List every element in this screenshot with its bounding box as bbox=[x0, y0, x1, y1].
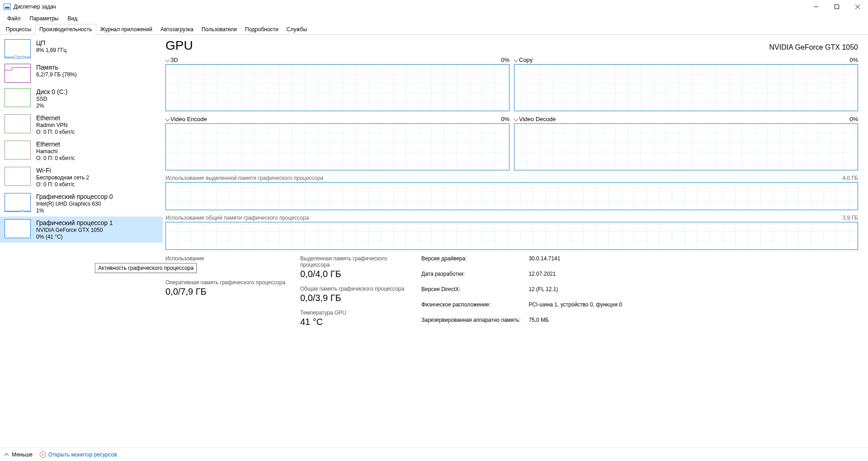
stat-group: Выделенная память графического процессор… bbox=[300, 255, 413, 279]
kv-value: 30.0.14.7141 bbox=[528, 255, 622, 269]
sidebar-item-gpu-6[interactable]: Графический процессор 0Intel(R) UHD Grap… bbox=[0, 190, 163, 216]
tab-apphistory[interactable]: Журнал приложений bbox=[96, 24, 156, 35]
stat-value: 0% bbox=[165, 263, 292, 273]
sidebar-item-sub: SSD bbox=[36, 96, 67, 102]
main-panel: GPU NVIDIA GeForce GTX 1050 3D0%Copy0%Vi… bbox=[163, 35, 868, 447]
engine-chart-video-decode: Video Decode0% bbox=[514, 116, 858, 170]
stat-value: 0,0/4,0 ГБ bbox=[300, 269, 413, 279]
resmon-icon bbox=[40, 452, 46, 458]
engine-name: 3D bbox=[170, 56, 178, 63]
memory-charts: Использование выделенной памяти графичес… bbox=[163, 175, 858, 250]
tab-performance[interactable]: Производительность bbox=[35, 24, 96, 35]
stats-col-mid: Выделенная память графического процессор… bbox=[300, 255, 413, 331]
close-button[interactable] bbox=[847, 0, 868, 14]
kv-label: Физическое расположение: bbox=[421, 301, 520, 315]
sidebar-item-title: Ethernet bbox=[36, 141, 75, 148]
wifi-thumb-icon bbox=[5, 167, 31, 186]
sidebar-item-sub: NVIDIA GeForce GTX 1050 bbox=[36, 227, 113, 233]
window-controls bbox=[806, 0, 868, 14]
chart-canvas bbox=[165, 222, 858, 250]
open-resource-monitor-link[interactable]: Открыть монитор ресурсов bbox=[40, 452, 117, 458]
stat-group: Оперативная память графического процессо… bbox=[165, 279, 292, 297]
engine-pct: 0% bbox=[849, 56, 858, 63]
menu-file[interactable]: Файл bbox=[4, 14, 24, 23]
sidebar-item-title: Wi-Fi bbox=[36, 167, 89, 174]
sidebar-item-gpu-7[interactable]: Графический процессор 1NVIDIA GeForce GT… bbox=[0, 216, 163, 243]
sidebar-item-sub2: О: 0 П: 0 кбит/с bbox=[36, 181, 89, 188]
taskmgr-icon bbox=[4, 4, 11, 10]
menu-view[interactable]: Вид bbox=[64, 14, 81, 23]
minimize-button[interactable] bbox=[806, 0, 826, 14]
kv-value: PCI-шина 1, устройство 0, функция 0 bbox=[528, 301, 622, 315]
sidebar-item-eth-3[interactable]: EthernetRadmin VPNО: 0 П: 0 кбит/с bbox=[0, 112, 163, 138]
sidebar-item-sub: 8% 1,69 ГГц bbox=[36, 47, 66, 53]
sidebar-item-sub: Radmin VPN bbox=[36, 122, 75, 128]
chevron-up-icon bbox=[5, 452, 9, 457]
tab-services[interactable]: Службы bbox=[283, 24, 311, 35]
window-title: Диспетчер задач bbox=[14, 4, 56, 10]
stats: Использование0%Оперативная память графич… bbox=[163, 250, 858, 331]
sidebar-item-cpu-0[interactable]: ЦП8% 1,69 ГГц bbox=[0, 37, 163, 61]
sidebar-item-eth-4[interactable]: EthernetHamachiО: 0 П: 0 кбит/с bbox=[0, 138, 163, 164]
engine-charts: 3D0%Copy0%Video Encode0%Video Decode0% bbox=[163, 56, 858, 170]
eth-thumb-icon bbox=[5, 114, 31, 133]
tab-processes[interactable]: Процессы bbox=[2, 24, 35, 35]
sidebar-item-sub2: 1% bbox=[36, 207, 113, 214]
footer: Меньше Открыть монитор ресурсов bbox=[0, 447, 868, 461]
engine-pct: 0% bbox=[849, 116, 858, 122]
kv-label: Версия драйвера: bbox=[421, 255, 520, 269]
memchart-max: 4,0 ГБ bbox=[843, 175, 858, 181]
sidebar-item-title: Графический процессор 1 bbox=[36, 219, 113, 226]
stat-group: Температура GPU41 °C bbox=[300, 310, 413, 327]
fewer-label: Меньше bbox=[12, 452, 33, 458]
engine-chart-copy: Copy0% bbox=[514, 56, 858, 111]
sidebar: ЦП8% 1,69 ГГцПамять6,2/7,9 ГБ (78%)Диск … bbox=[0, 35, 163, 447]
sidebar-item-sub: Беспроводная сеть 2 bbox=[36, 174, 89, 181]
engine-dropdown[interactable]: Copy bbox=[514, 56, 533, 63]
sidebar-item-mem-1[interactable]: Память6,2/7,9 ГБ (78%) bbox=[0, 61, 163, 85]
disk-thumb-icon bbox=[5, 88, 31, 107]
engine-dropdown[interactable]: 3D bbox=[165, 56, 178, 63]
engine-chart-3d: 3D0% bbox=[165, 56, 509, 111]
mem-thumb-icon bbox=[5, 64, 31, 83]
sidebar-item-title: Память bbox=[36, 64, 77, 71]
chevron-down-icon bbox=[514, 58, 518, 62]
chart-canvas bbox=[514, 123, 858, 170]
sidebar-item-sub2: О: 0 П: 0 кбит/с bbox=[36, 129, 75, 135]
menu-options[interactable]: Параметры bbox=[26, 14, 62, 23]
main-header: GPU NVIDIA GeForce GTX 1050 bbox=[163, 38, 858, 53]
chart-canvas bbox=[165, 182, 858, 210]
memory-chart: Использование общей памяти графического … bbox=[165, 215, 858, 250]
menubar: Файл Параметры Вид bbox=[0, 14, 868, 24]
kv-label: Дата разработки: bbox=[421, 271, 520, 285]
sidebar-item-wifi-5[interactable]: Wi-FiБеспроводная сеть 2О: 0 П: 0 кбит/с bbox=[0, 164, 163, 190]
chart-canvas bbox=[165, 123, 509, 170]
memchart-label: Использование выделенной памяти графичес… bbox=[165, 175, 323, 181]
engine-chart-video-encode: Video Encode0% bbox=[165, 116, 509, 170]
stat-group: Общая память графического процессора0,0/… bbox=[300, 286, 413, 303]
tab-startup[interactable]: Автозагрузка bbox=[156, 24, 198, 35]
sidebar-item-disk-2[interactable]: Диск 0 (C:)SSD2% bbox=[0, 85, 163, 112]
maximize-button[interactable] bbox=[826, 0, 847, 14]
engine-pct: 0% bbox=[501, 116, 509, 122]
engine-dropdown[interactable]: Video Decode bbox=[514, 116, 556, 122]
tab-users[interactable]: Пользователи bbox=[198, 24, 241, 35]
gpu-thumb-icon bbox=[5, 219, 31, 238]
sidebar-item-title: Графический процессор 0 bbox=[36, 193, 113, 200]
stat-value: 0,0/7,9 ГБ bbox=[165, 287, 292, 297]
fewer-details-button[interactable]: Меньше bbox=[5, 452, 33, 458]
stat-label: Оперативная память графического процессо… bbox=[165, 279, 292, 286]
tab-details[interactable]: Подробности bbox=[241, 24, 283, 35]
stat-group: Использование0% bbox=[165, 255, 292, 273]
chevron-down-icon bbox=[165, 118, 169, 121]
kv-value: 12.07.2021 bbox=[528, 271, 622, 285]
stats-col-left: Использование0%Оперативная память графич… bbox=[165, 255, 292, 331]
engine-name: Copy bbox=[519, 56, 533, 63]
content: ЦП8% 1,69 ГГцПамять6,2/7,9 ГБ (78%)Диск … bbox=[0, 35, 868, 447]
engine-pct: 0% bbox=[501, 56, 509, 63]
memchart-max: 3,9 ГБ bbox=[843, 215, 858, 221]
stat-value: 0,0/3,9 ГБ bbox=[300, 293, 413, 303]
device-name: NVIDIA GeForce GTX 1050 bbox=[769, 43, 858, 52]
gpu-thumb-icon bbox=[5, 193, 31, 212]
engine-dropdown[interactable]: Video Encode bbox=[165, 116, 207, 122]
